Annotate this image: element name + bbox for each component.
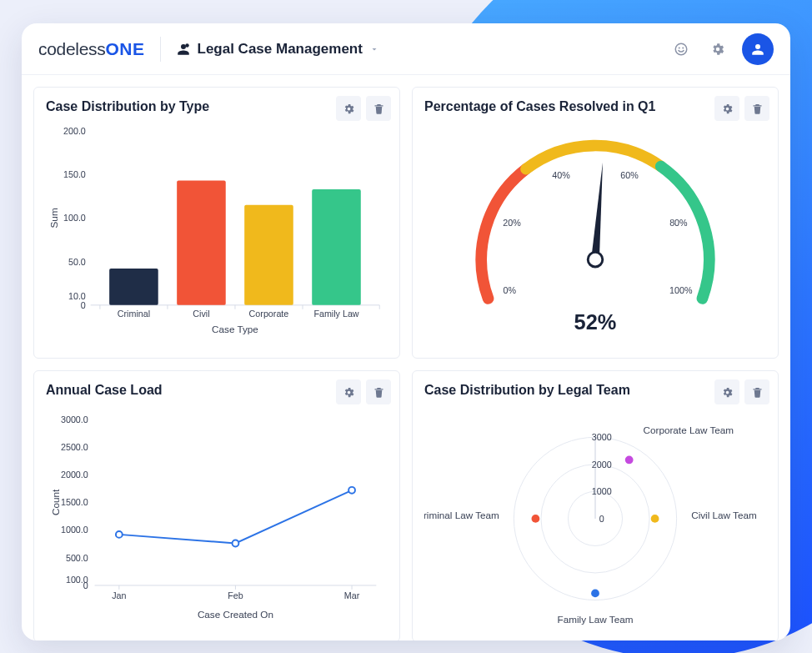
svg-text:100.0: 100.0 (63, 213, 86, 223)
gear-icon (721, 386, 734, 399)
svg-point-65 (651, 515, 659, 523)
user-avatar[interactable] (742, 33, 774, 65)
svg-text:100%: 100% (669, 285, 693, 295)
card-annual-case-load: Annual Case Load 0100.0500.01000.01500.0… (33, 370, 400, 640)
svg-text:3000: 3000 (592, 432, 612, 442)
svg-text:200.0: 200.0 (63, 126, 86, 136)
svg-text:50.0: 50.0 (68, 257, 86, 267)
smiley-icon (674, 42, 689, 57)
svg-text:20%: 20% (503, 218, 521, 228)
bar-chart: 010.050.0100.0150.0200.0CriminalCivilCor… (46, 114, 388, 349)
svg-text:0%: 0% (504, 285, 517, 295)
top-bar: codelessONE Legal Case Management (22, 23, 790, 75)
gear-icon (710, 42, 725, 57)
trash-icon (751, 386, 764, 399)
settings-button[interactable] (705, 37, 730, 62)
svg-rect-11 (109, 269, 158, 305)
svg-point-50 (348, 487, 355, 494)
trash-icon (373, 386, 385, 399)
svg-text:0: 0 (81, 300, 86, 310)
svg-text:0: 0 (599, 514, 604, 524)
svg-text:500.0: 500.0 (66, 553, 88, 563)
svg-point-63 (625, 456, 634, 465)
workspace-name: Legal Case Management (198, 41, 363, 58)
svg-text:Jan: Jan (112, 590, 126, 600)
card-case-distribution-team: Case Distribution by Legal Team 01000200… (412, 370, 779, 640)
trash-icon (373, 103, 385, 115)
trash-icon (751, 103, 764, 115)
svg-text:52%: 52% (574, 310, 617, 334)
svg-point-33 (588, 252, 603, 267)
workspace-switcher[interactable]: Legal Case Management (176, 41, 379, 58)
svg-text:2000: 2000 (592, 460, 612, 470)
svg-text:Case Created On: Case Created On (198, 609, 273, 620)
svg-text:Feb: Feb (228, 590, 243, 600)
svg-text:1000: 1000 (592, 486, 612, 496)
svg-point-69 (532, 515, 540, 523)
gear-icon (343, 103, 355, 115)
svg-text:1000.0: 1000.0 (61, 525, 88, 535)
svg-text:2500.0: 2500.0 (61, 442, 88, 452)
svg-text:Corporate: Corporate (249, 309, 289, 319)
svg-text:Sum: Sum (48, 208, 59, 228)
svg-text:Civil Law Team: Civil Law Team (691, 510, 756, 520)
svg-point-44 (116, 531, 123, 538)
svg-text:1500.0: 1500.0 (61, 497, 88, 507)
logo-part-1: codeless (38, 39, 105, 58)
svg-text:Family Law Team: Family Law Team (558, 614, 634, 625)
polar-chart: 0100020003000Corporate Law TeamCivil Law… (424, 398, 766, 633)
app-shell: codelessONE Legal Case Management Case D… (22, 23, 790, 640)
svg-text:Corporate Law Team: Corporate Law Team (644, 424, 734, 435)
svg-point-47 (233, 540, 239, 547)
gauge-chart: 0%20%40%60%80%100%52% (424, 114, 766, 349)
svg-text:60%: 60% (620, 170, 639, 180)
card-cases-resolved-q1: Percentage of Cases Resolved in Q1 0%20%… (412, 87, 779, 359)
gear-icon (721, 103, 734, 115)
svg-rect-20 (312, 189, 361, 305)
user-icon (750, 42, 765, 57)
svg-text:150.0: 150.0 (63, 169, 86, 179)
dashboard-grid: Case Distribution by Type 010.050.0100.0… (22, 75, 790, 640)
brand-logo: codelessONE (38, 39, 145, 59)
svg-point-1 (675, 43, 687, 55)
svg-text:80%: 80% (669, 218, 688, 228)
svg-text:Civil: Civil (193, 309, 209, 319)
svg-text:40%: 40% (552, 170, 570, 180)
logo-part-2: ONE (105, 39, 144, 58)
svg-text:3000.0: 3000.0 (61, 414, 88, 424)
chevron-down-icon (369, 44, 379, 54)
svg-point-2 (679, 47, 680, 48)
svg-text:Family Law: Family Law (313, 309, 358, 319)
svg-text:100.0: 100.0 (66, 575, 88, 585)
svg-point-67 (591, 590, 599, 598)
feedback-button[interactable] (669, 37, 694, 62)
svg-text:2000.0: 2000.0 (61, 470, 88, 480)
card-case-distribution-type: Case Distribution by Type 010.050.0100.0… (33, 87, 400, 359)
svg-text:Criminal Law Team: Criminal Law Team (424, 510, 499, 520)
org-icon (176, 42, 191, 57)
gear-icon (343, 386, 355, 399)
svg-point-0 (185, 43, 189, 48)
line-chart: 0100.0500.01000.01500.02000.02500.03000.… (46, 398, 388, 633)
svg-text:Case Type: Case Type (212, 324, 258, 334)
svg-marker-32 (591, 162, 603, 259)
svg-rect-14 (177, 180, 226, 304)
svg-point-3 (682, 47, 684, 48)
svg-text:Mar: Mar (344, 590, 360, 600)
svg-text:Criminal: Criminal (118, 309, 150, 319)
svg-rect-17 (244, 205, 293, 305)
svg-text:10.0: 10.0 (68, 291, 86, 301)
top-actions (669, 33, 774, 65)
svg-text:Count: Count (50, 489, 61, 515)
divider (160, 37, 161, 62)
